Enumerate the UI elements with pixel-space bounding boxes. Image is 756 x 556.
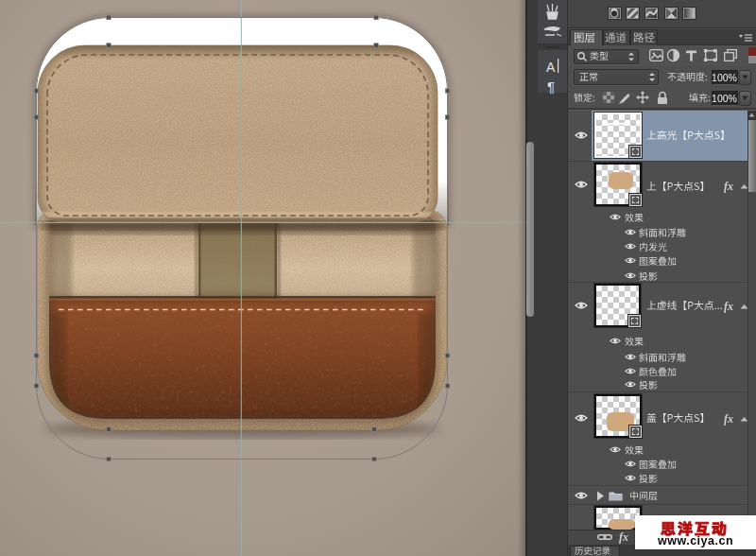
svg-text:A: A — [546, 60, 556, 75]
svg-text:¶: ¶ — [547, 78, 555, 95]
